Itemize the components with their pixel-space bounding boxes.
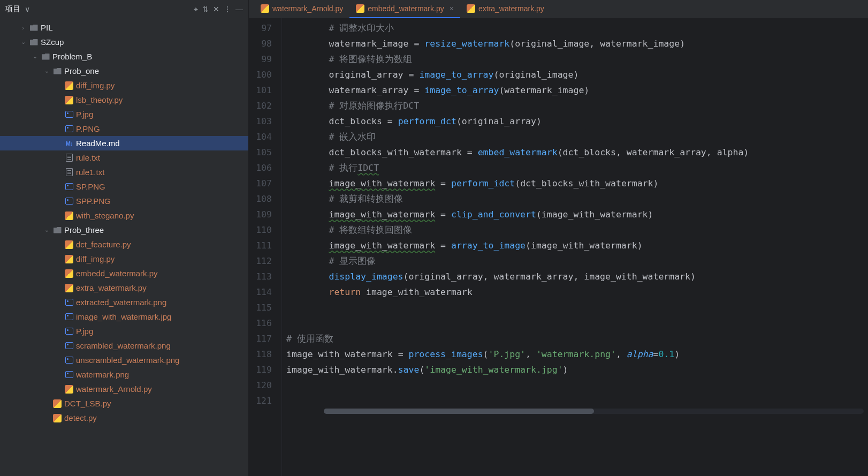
code-line[interactable]: image_with_watermark = array_to_image(im… <box>286 238 868 253</box>
tree-item-label: extra_watermark.py <box>76 283 147 292</box>
tree-file[interactable]: watermark_Arnold.py <box>0 382 248 396</box>
tree-file[interactable]: watermark.png <box>0 367 248 382</box>
image-file-icon <box>65 111 73 118</box>
tree-file[interactable]: diff_img.py <box>0 78 248 93</box>
code-token: = <box>414 39 424 49</box>
code-line[interactable]: watermark_array = image_to_array(waterma… <box>286 82 868 98</box>
tree-file[interactable]: embedd_watermark.py <box>0 266 248 281</box>
tree-file[interactable]: extracted_watermark.png <box>0 295 248 309</box>
code-token: return <box>329 287 361 297</box>
code-line[interactable]: # 调整水印大小 <box>286 20 868 36</box>
tree-folder[interactable]: ⌄Prob_three <box>0 223 248 237</box>
editor-tab[interactable]: embedd_watermark.py× <box>349 0 460 18</box>
chevron-icon[interactable]: › <box>19 25 27 31</box>
code-line[interactable]: dct_blocks = perform_dct(original_array) <box>286 114 868 129</box>
code-line[interactable]: # 使用函数 <box>286 331 868 346</box>
code-line[interactable]: # 执行IDCT <box>286 160 868 176</box>
tree-file[interactable]: DCT_LSB.py <box>0 396 248 411</box>
line-number: 114 <box>249 284 272 300</box>
chevron-icon[interactable]: ⌄ <box>31 53 39 60</box>
tree-file[interactable]: dct_feacture.py <box>0 237 248 252</box>
tree-item-label: extracted_watermark.png <box>76 298 166 307</box>
tree-file[interactable]: P.PNG <box>0 122 248 136</box>
code-token: watermark_image <box>329 39 414 49</box>
python-file-icon <box>356 4 364 13</box>
tree-file[interactable]: extra_watermark.py <box>0 281 248 295</box>
tree-file[interactable]: diff_img.py <box>0 252 248 266</box>
tree-folder[interactable]: ⌄Prob_one <box>0 64 248 78</box>
more-icon[interactable]: ⋮ <box>224 5 231 13</box>
code-token: dct_blocks_with_watermark <box>329 147 467 157</box>
code-line[interactable]: # 对原始图像执行DCT <box>286 98 868 114</box>
select-opened-file-icon[interactable]: ⌖ <box>194 5 198 14</box>
tree-file[interactable]: detect.py <box>0 411 248 425</box>
tree-item-label: scrambled_watermark.png <box>76 341 171 350</box>
tree-file[interactable]: SP.PNG <box>0 179 248 194</box>
python-file-icon <box>65 269 73 278</box>
tree-item-label: embedd_watermark.py <box>76 269 158 278</box>
code-line[interactable]: # 裁剪和转换图像 <box>286 191 868 207</box>
code-line[interactable]: # 嵌入水印 <box>286 129 868 145</box>
tree-file[interactable]: M↓ReadMe.md <box>0 136 248 150</box>
hide-icon[interactable]: ✕ <box>213 5 219 13</box>
code-line[interactable]: watermark_image = resize_watermark(origi… <box>286 36 868 51</box>
chevron-icon[interactable]: ⌄ <box>43 226 50 233</box>
tree-file[interactable]: P.jpg <box>0 107 248 122</box>
code-line[interactable] <box>286 393 868 409</box>
tree-file[interactable]: P.jpg <box>0 324 248 338</box>
editor-tab[interactable]: watermark_Arnold.py <box>254 0 349 18</box>
code-editor[interactable]: 9798991001011021031041051061071081091101… <box>249 18 868 476</box>
code-line[interactable]: # 将数组转换回图像 <box>286 222 868 238</box>
code-line[interactable]: display_images(original_array, watermark… <box>286 269 868 284</box>
project-tool-label[interactable]: 项目 <box>5 4 20 14</box>
tree-file[interactable]: with_stegano.py <box>0 208 248 223</box>
code-token <box>286 178 329 188</box>
line-number: 112 <box>249 253 272 269</box>
code-line[interactable]: return image_with_watermark <box>286 284 868 300</box>
dropdown-icon[interactable]: ∨ <box>25 5 30 13</box>
minimize-icon[interactable]: — <box>235 5 243 13</box>
code-token: 'watermark.png' <box>536 349 616 359</box>
code-line[interactable]: image_with_watermark = clip_and_convert(… <box>286 207 868 222</box>
tree-file[interactable]: SPP.PNG <box>0 194 248 208</box>
tree-file[interactable]: rule1.txt <box>0 165 248 179</box>
code-line[interactable] <box>286 300 868 315</box>
expand-collapse-icon[interactable]: ⇅ <box>202 5 209 13</box>
python-file-icon <box>261 4 269 13</box>
code-line[interactable]: image_with_watermark = process_images('P… <box>286 346 868 362</box>
code-line[interactable] <box>286 377 868 393</box>
editor-tab[interactable]: extra_watermark.py <box>460 0 551 18</box>
tree-item-label: Prob_three <box>64 225 104 235</box>
python-file-icon <box>53 399 62 408</box>
tree-folder[interactable]: ⌄Problem_B <box>0 49 248 64</box>
code-token <box>286 85 329 95</box>
code-line[interactable]: image_with_watermark.save('image_with_wa… <box>286 362 868 377</box>
code-line[interactable]: # 显示图像 <box>286 253 868 269</box>
code-line[interactable]: # 将图像转换为数组 <box>286 51 868 67</box>
tree-item-label: image_with_watermark.jpg <box>76 312 171 321</box>
code-token: (original_array, watermark_array, image_… <box>403 271 696 282</box>
tree-file[interactable]: image_with_watermark.jpg <box>0 309 248 324</box>
chevron-icon[interactable]: ⌄ <box>43 67 50 74</box>
tree-folder[interactable]: ›PIL <box>0 20 248 35</box>
line-number: 116 <box>249 315 272 331</box>
tree-folder[interactable]: ⌄SZcup <box>0 35 248 49</box>
python-file-icon <box>65 211 73 220</box>
code-area[interactable]: # 调整水印大小 watermark_image = resize_waterm… <box>282 18 868 476</box>
tree-file[interactable]: scrambled_watermark.png <box>0 338 248 353</box>
tree-file[interactable]: unscrambled_watermark.png <box>0 353 248 367</box>
code-line[interactable]: dct_blocks_with_watermark = embed_waterm… <box>286 145 868 160</box>
code-token: array_to_image <box>451 240 526 251</box>
scrollbar-thumb[interactable] <box>324 409 594 414</box>
text-file-icon <box>66 168 73 176</box>
code-line[interactable] <box>286 315 868 331</box>
tree-file[interactable]: rule.txt <box>0 150 248 165</box>
code-line[interactable]: original_array = image_to_array(original… <box>286 67 868 82</box>
chevron-icon[interactable]: ⌄ <box>19 39 27 46</box>
code-token: 'P.jpg' <box>489 349 526 359</box>
close-tab-icon[interactable]: × <box>450 4 454 13</box>
code-line[interactable]: image_with_watermark = perform_idct(dct_… <box>286 176 868 191</box>
project-tree[interactable]: ›PIL⌄SZcup⌄Problem_B⌄Prob_onediff_img.py… <box>0 18 249 476</box>
tree-file[interactable]: lsb_theoty.py <box>0 93 248 107</box>
horizontal-scrollbar[interactable] <box>324 409 864 414</box>
